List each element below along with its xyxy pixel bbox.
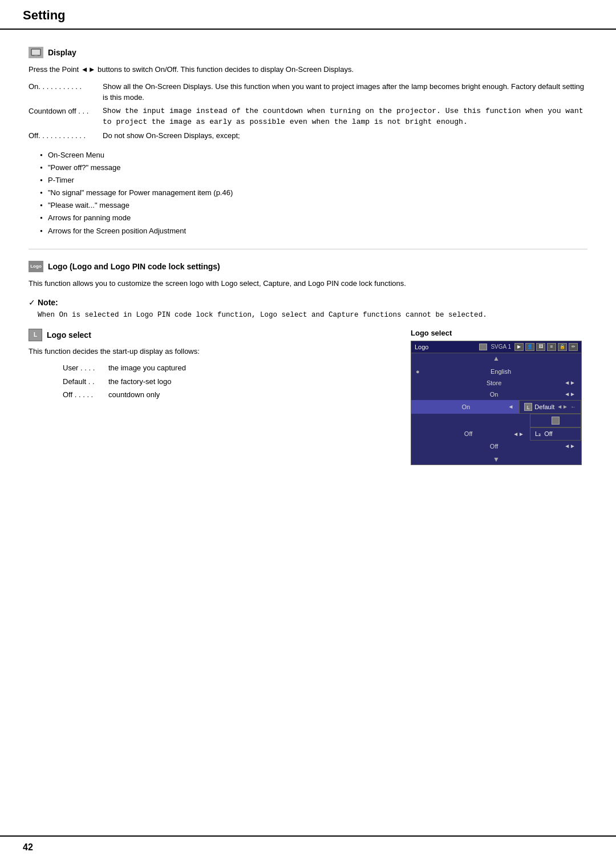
osd-bullet-english: ●: [416, 368, 425, 375]
def-row-countdown: Countdown off . . . Show the input image…: [29, 106, 587, 128]
osd-label-on1: On: [425, 391, 563, 398]
osd-sub-off-icon: L₂: [535, 430, 541, 438]
osd-scroll-down: ▼: [411, 454, 581, 465]
osd-label-off2: Off: [425, 443, 563, 450]
logo-select-default-term: Default . .: [63, 376, 108, 387]
osd-title: Logo: [415, 344, 476, 350]
osd-arrow-off1: ◄►: [513, 431, 524, 437]
logo-select-user: User . . . . the image you captured: [63, 362, 428, 374]
osd-label-store: Store: [425, 379, 563, 386]
svg-rect-2: [33, 56, 39, 56]
bullet-poweroff: "Power off?" message: [40, 162, 587, 174]
osd-row-empty-container: [411, 414, 581, 427]
display-intro: Press the Point ◄► buttons to switch On/…: [29, 64, 587, 75]
osd-label-on2: On: [425, 403, 506, 410]
display-definitions: On. . . . . . . . . . . Show all the On-…: [29, 81, 587, 142]
osd-row-empty: [411, 414, 530, 427]
def-desc-on: Show all the On-Screen Displays. Use thi…: [103, 81, 587, 103]
section-divider-1: [29, 249, 587, 249]
def-desc-countdown: Show the input image instead of the coun…: [103, 106, 587, 128]
logo-section-icon: Logo: [29, 261, 43, 272]
logo-select-items: User . . . . the image you captured Defa…: [63, 362, 428, 401]
logo-select-sub-header: L Logo select: [29, 329, 394, 341]
osd-body: ● English Store ◄► On: [411, 364, 581, 454]
osd-row-off1: Off ◄►: [411, 427, 530, 441]
osd-source: SVGA 1: [491, 344, 511, 350]
def-term-countdown: Countdown off . . .: [29, 106, 103, 128]
osd-scroll-up: ▲: [411, 353, 581, 364]
bullet-nosignal: "No signal" message for Power management…: [40, 187, 587, 199]
logo-select-off-term: Off . . . . .: [63, 389, 108, 401]
logo-select-user-desc: the image you captured: [108, 362, 428, 374]
logo-select-body: This function decides the start-up displ…: [29, 346, 394, 357]
display-section-title: Display: [48, 48, 76, 57]
def-row-off: Off. . . . . . . . . . . . Do not show O…: [29, 130, 587, 142]
osd-icon-3: 🖼: [536, 343, 545, 351]
def-term-on: On. . . . . . . . . . .: [29, 81, 103, 103]
osd-sub-off-container: L₂ Off: [530, 427, 581, 441]
osd-row-on1: On ◄►: [411, 389, 581, 400]
main-content: Display Press the Point ◄► buttons to sw…: [0, 47, 616, 465]
osd-sub-icon: L: [524, 403, 532, 411]
page-header: Setting: [0, 0, 616, 30]
logo-select-panel-title: Logo select: [411, 329, 587, 337]
bullet-arrows-screen: Arrows for the Screen position Adjustmen…: [40, 225, 587, 237]
osd-icon-1: ▶: [514, 343, 524, 351]
note-title: Note:: [38, 298, 58, 307]
logo-section-title: Logo (Logo and Logo PIN code lock settin…: [48, 262, 220, 271]
osd-sub-panel: L Default ◄► ←: [519, 400, 581, 414]
osd-logo-thumb: [479, 344, 487, 350]
logo-select-off: Off . . . . . countdown only: [63, 389, 428, 401]
osd-label-off1: Off: [425, 430, 512, 437]
osd-label-english: English: [425, 368, 577, 375]
osd-icon-buttons: ▶ 👤 🖼 ≡ 🔒 ✏: [514, 343, 578, 351]
display-bullet-list: On-Screen Menu "Power off?" message P-Ti…: [40, 149, 587, 237]
two-col-layout: L Logo select This function decides the …: [29, 329, 587, 465]
osd-arrow-on2: ◄: [508, 403, 513, 410]
osd-icon-2: 👤: [525, 343, 534, 351]
osd-icon-5: 🔒: [558, 343, 567, 351]
bullet-onscreen-menu: On-Screen Menu: [40, 149, 587, 162]
osd-icon-4: ≡: [547, 343, 556, 351]
osd-arrow-off2: ◄►: [564, 443, 576, 449]
svg-rect-0: [31, 49, 40, 55]
logo-select-off-desc: countdown only: [108, 389, 428, 401]
bullet-arrows-panning: Arrows for panning mode: [40, 212, 587, 224]
osd-sub-icon2-container: [530, 414, 581, 427]
page-title: Setting: [23, 8, 66, 22]
display-section-header: Display: [29, 47, 587, 58]
osd-row-on2: On ◄: [411, 400, 519, 414]
display-section-icon: [29, 47, 43, 58]
page-number: 42: [23, 842, 33, 853]
note-checkmark-icon: ✓: [29, 297, 35, 309]
logo-select-sub-icon: L: [29, 329, 42, 341]
osd-row-off2: Off ◄►: [411, 441, 581, 452]
osd-row-english: ● English: [411, 366, 581, 377]
note-text: When On is selected in Logo PIN code loc…: [38, 309, 487, 321]
osd-title-bar: Logo SVGA 1 ▶ 👤 🖼 ≡ 🔒 ✏: [411, 341, 581, 353]
osd-row-store: Store ◄►: [411, 377, 581, 389]
bullet-ptimer: P-Timer: [40, 174, 587, 187]
osd-icon-6: ✏: [569, 343, 578, 351]
logo-select-default: Default . . the factory-set logo: [63, 376, 428, 387]
osd-panel: Logo SVGA 1 ▶ 👤 🖼 ≡ 🔒 ✏: [411, 341, 582, 465]
def-term-off: Off. . . . . . . . . . . .: [29, 130, 103, 142]
bullet-pleasewait: "Please wait..." message: [40, 199, 587, 212]
note-box: ✓ Note: When On is selected in Logo PIN …: [29, 297, 587, 321]
osd-row-on2-container: On ◄ L Default ◄► ←: [411, 400, 581, 414]
osd-sub-label: Default: [534, 403, 554, 410]
def-row-on: On. . . . . . . . . . . Show all the On-…: [29, 81, 587, 103]
logo-section-header: Logo Logo (Logo and Logo PIN code lock s…: [29, 261, 587, 272]
osd-sub-off-label: Off: [544, 430, 552, 437]
col-left: L Logo select This function decides the …: [29, 329, 394, 465]
logo-select-default-desc: the factory-set logo: [108, 376, 428, 387]
osd-sub-icon2: [552, 417, 560, 425]
osd-sub-back-arrow: ←: [570, 403, 576, 410]
osd-arrow-store: ◄►: [564, 379, 576, 386]
osd-row-off1-container: Off ◄► L₂ Off: [411, 427, 581, 441]
page: Setting Display Press the Point ◄► butto…: [0, 0, 616, 864]
osd-sub-arrows: ◄►: [557, 403, 568, 410]
osd-arrow-on1: ◄►: [564, 391, 576, 397]
col-right: Logo select Logo SVGA 1 ▶ 👤 🖼 ≡: [411, 329, 587, 465]
page-footer: 42: [0, 835, 616, 853]
